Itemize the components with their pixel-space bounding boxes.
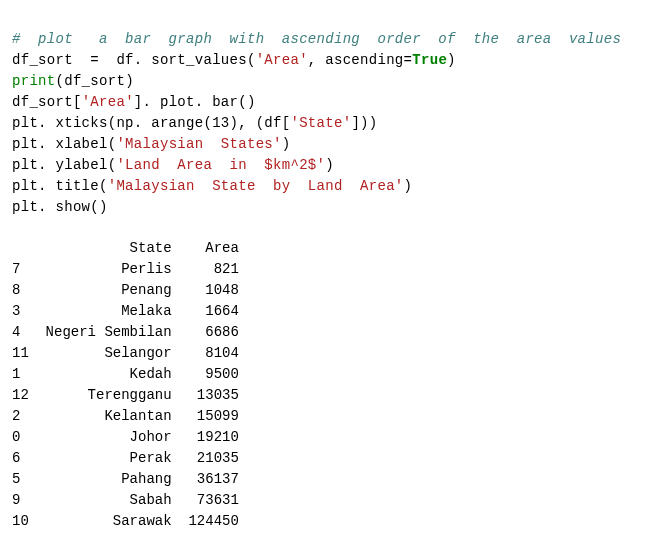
code-line-7a: plt. ylabel(: [12, 157, 116, 173]
code-line-6a: plt. xlabel(: [12, 136, 116, 152]
code-string-area2: 'Area': [82, 94, 134, 110]
code-line-5b: ])): [351, 115, 377, 131]
output-row: 1 Kedah 9500: [12, 366, 239, 382]
output-row: 4 Negeri Sembilan 6686: [12, 324, 239, 340]
output-row: 7 Perlis 821: [12, 261, 239, 277]
output-row: 5 Pahang 36137: [12, 471, 239, 487]
code-comment: # plot a bar graph with ascending order …: [12, 31, 621, 47]
code-string-title: 'Malaysian State by Land Area': [108, 178, 404, 194]
code-string-xlabel: 'Malaysian States': [116, 136, 281, 152]
output-row: 11 Selangor 8104: [12, 345, 239, 361]
output-row: 12 Terengganu 13035: [12, 387, 239, 403]
output-row: 0 Johor 19210: [12, 429, 239, 445]
code-line-8a: plt. title(: [12, 178, 108, 194]
code-cell: # plot a bar graph with ascending order …: [12, 8, 652, 218]
output-row: 6 Perak 21035: [12, 450, 239, 466]
output-row: 3 Melaka 1664: [12, 303, 239, 319]
code-line-4b: ]. plot. bar(): [134, 94, 256, 110]
code-line-9: plt. show(): [12, 199, 108, 215]
output-cell: State Area 7 Perlis 821 8 Penang 1048 3 …: [12, 238, 652, 532]
code-true: True: [412, 52, 447, 68]
code-line-7b: ): [325, 157, 334, 173]
code-string-ylabel: 'Land Area in $km^2$': [116, 157, 325, 173]
code-line-6b: ): [282, 136, 291, 152]
code-line-3a: (df_sort): [56, 73, 134, 89]
output-row: 2 Kelantan 15099: [12, 408, 239, 424]
code-line-2a: df_sort = df. sort_values(: [12, 52, 256, 68]
output-row: 9 Sabah 73631: [12, 492, 239, 508]
code-string-state: 'State': [290, 115, 351, 131]
code-print: print: [12, 73, 56, 89]
output-row: 8 Penang 1048: [12, 282, 239, 298]
code-line-4a: df_sort[: [12, 94, 82, 110]
code-line-2c: ): [447, 52, 456, 68]
output-row: 10 Sarawak 124450: [12, 513, 239, 529]
code-line-5a: plt. xticks(np. arange(13), (df[: [12, 115, 290, 131]
code-line-2b: , ascending=: [308, 52, 412, 68]
code-string-area1: 'Area': [256, 52, 308, 68]
output-header: State Area: [12, 240, 239, 256]
code-line-8b: ): [404, 178, 413, 194]
